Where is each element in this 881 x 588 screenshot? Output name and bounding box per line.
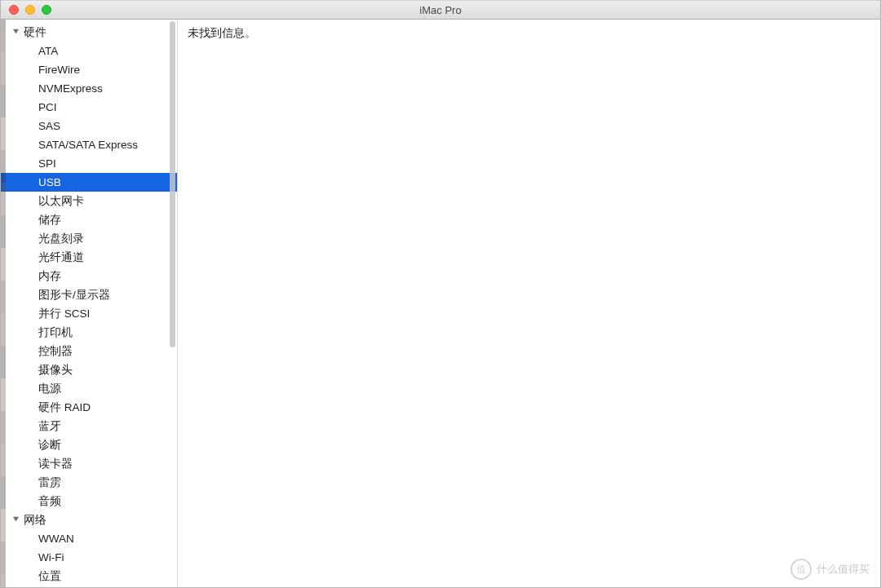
sidebar-item[interactable]: 音频 — [1, 492, 177, 511]
sidebar-item[interactable]: 图形卡/显示器 — [1, 285, 177, 304]
sidebar-item[interactable]: SATA/SATA Express — [1, 135, 177, 154]
window-body: 硬件ATAFireWireNVMExpressPCISASSATA/SATA E… — [1, 20, 880, 587]
sidebar-item[interactable]: 雷雳 — [1, 473, 177, 492]
sidebar-group-label: 网络 — [24, 514, 46, 526]
sidebar-item[interactable]: 以太网卡 — [1, 192, 177, 210]
sidebar-item[interactable]: NVMExpress — [1, 79, 177, 98]
sidebar-item[interactable]: 蓝牙 — [1, 417, 177, 435]
sidebar-item[interactable]: 光盘刻录 — [1, 229, 177, 248]
maximize-button[interactable] — [42, 5, 51, 15]
sidebar-item[interactable]: 控制器 — [1, 342, 177, 360]
svg-marker-0 — [13, 29, 19, 33]
sidebar-item[interactable]: 位置 — [1, 567, 177, 586]
sidebar-item[interactable]: 诊断 — [1, 435, 177, 454]
window-controls — [1, 5, 51, 15]
sidebar-group-label: 硬件 — [24, 26, 46, 38]
sidebar-item[interactable]: SPI — [1, 154, 177, 173]
disclosure-triangle-icon[interactable] — [12, 515, 20, 523]
detail-message: 未找到信息。 — [188, 26, 870, 41]
sidebar-scrollbar[interactable] — [170, 21, 175, 347]
detail-pane: 未找到信息。 — [178, 20, 880, 587]
sidebar-item[interactable]: ATA — [1, 42, 177, 60]
sidebar-item[interactable]: SAS — [1, 117, 177, 135]
sidebar-item[interactable]: PCI — [1, 98, 177, 117]
sidebar-item[interactable]: 打印机 — [1, 323, 177, 342]
svg-marker-1 — [13, 517, 19, 521]
sidebar-item[interactable]: 内存 — [1, 267, 177, 285]
sidebar-item[interactable]: 硬件 RAID — [1, 398, 177, 417]
sidebar-item[interactable]: 并行 SCSI — [1, 304, 177, 323]
sidebar-item[interactable]: 光纤通道 — [1, 248, 177, 267]
titlebar: iMac Pro — [1, 0, 880, 20]
sidebar-item[interactable]: Wi-Fi — [1, 548, 177, 567]
sidebar-item[interactable]: 电源 — [1, 379, 177, 398]
sidebar-group-header[interactable]: 网络 — [1, 511, 177, 529]
window-title: iMac Pro — [1, 4, 880, 16]
sidebar-item[interactable]: USB — [1, 173, 177, 192]
sidebar-item[interactable]: FireWire — [1, 60, 177, 79]
sidebar-item[interactable]: 读卡器 — [1, 454, 177, 473]
minimize-button[interactable] — [25, 5, 35, 15]
system-info-window: iMac Pro 硬件ATAFireWireNVMExpressPCISASSA… — [0, 0, 881, 588]
sidebar-item[interactable]: WWAN — [1, 529, 177, 548]
close-button[interactable] — [9, 5, 19, 15]
sidebar-group-header[interactable]: 硬件 — [1, 23, 177, 42]
disclosure-triangle-icon[interactable] — [12, 28, 20, 35]
sidebar-item[interactable]: 储存 — [1, 210, 177, 229]
left-edge-decoration — [1, 20, 6, 587]
sidebar-item[interactable]: 摄像头 — [1, 360, 177, 379]
sidebar-list[interactable]: 硬件ATAFireWireNVMExpressPCISASSATA/SATA E… — [1, 20, 177, 587]
sidebar: 硬件ATAFireWireNVMExpressPCISASSATA/SATA E… — [1, 20, 178, 587]
